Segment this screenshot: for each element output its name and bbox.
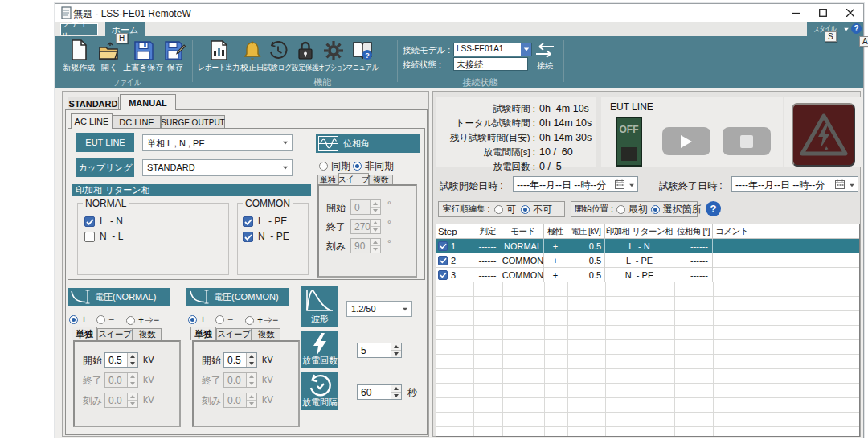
connect-model-combo[interactable]: LSS-FE01A1 — [453, 43, 532, 56]
run-order-edit-box: 実行順編集 : 可 不可 — [438, 201, 565, 217]
start-button[interactable] — [662, 127, 710, 155]
vn-tab-single[interactable]: 単独 — [72, 327, 97, 340]
vc-start-unit: kV — [262, 354, 273, 365]
vc-radio-minus[interactable]: − — [215, 314, 233, 325]
tab-manual[interactable]: MANUAL — [120, 94, 176, 110]
decay-curve-icon — [190, 290, 209, 304]
vc-tab-multi[interactable]: 複数 — [252, 328, 280, 340]
discharge-interval-input[interactable]: 60 — [357, 384, 402, 400]
new-file-button[interactable]: 新規作成 — [57, 39, 100, 74]
vn-end-unit: kV — [143, 374, 154, 385]
chevron-down-icon — [283, 167, 288, 170]
stop-button[interactable] — [723, 127, 771, 155]
spinner-buttons[interactable] — [391, 385, 401, 399]
spinner-buttons[interactable] — [127, 353, 137, 367]
eut-line-switch[interactable]: OFF — [616, 117, 642, 167]
overwrite-save-button[interactable]: 上書き保存 — [121, 39, 166, 74]
vc-tab-sweep[interactable]: スイープ — [216, 328, 252, 340]
test-end-datetime-label: 試験終了日時 : — [659, 179, 723, 193]
chevron-down-icon — [629, 184, 634, 187]
ribbon-group-label-file: ファイル — [77, 76, 176, 88]
vc-start-label: 開始 — [202, 354, 221, 368]
table-row-2[interactable]: 2 ------ COMMON + 0.5 L - PE ------ — [436, 253, 859, 268]
vc-radio-plusminus[interactable]: +⇒− — [245, 314, 278, 327]
table-gridline — [674, 282, 675, 436]
spinner-buttons[interactable] — [370, 200, 380, 214]
checkbox-l-n[interactable]: L - N — [84, 216, 123, 227]
radio-unselected-icon — [494, 205, 503, 214]
close-button[interactable] — [837, 4, 863, 22]
checkbox-n-pe[interactable]: N - PE — [243, 231, 289, 242]
help-button[interactable]: ? — [851, 23, 862, 34]
vn-step-input[interactable]: 0.0 — [104, 393, 138, 408]
report-button[interactable]: レポート出力 — [194, 39, 244, 74]
tab-ac-line[interactable]: AC LINE — [71, 113, 113, 129]
keytip-style: S — [825, 31, 837, 42]
spinner-buttons[interactable] — [246, 353, 256, 367]
vc-end-input[interactable]: 0.0 — [223, 372, 257, 388]
spinner-buttons[interactable] — [370, 220, 380, 233]
vn-radio-plus[interactable]: + — [69, 314, 87, 325]
test-start-datetime-picker[interactable]: ----年--月--日 --時--分 — [513, 176, 638, 192]
vc-start-input[interactable]: 0.5 — [223, 352, 257, 368]
help-button-steps[interactable]: ? — [706, 201, 721, 216]
vn-tab-multi[interactable]: 複数 — [133, 328, 162, 340]
tab-surge-output[interactable]: SURGE OUTPUT — [161, 115, 225, 129]
phase-end-input[interactable]: 270 — [350, 219, 381, 234]
spinner-buttons[interactable] — [246, 393, 256, 407]
ribbon-separator — [563, 40, 564, 82]
vc-radio-plus[interactable]: + — [188, 314, 206, 325]
manual-button[interactable]: ? マニュアル — [342, 39, 383, 74]
radio-selected-position[interactable]: 選択箇所 — [651, 203, 702, 216]
vn-radio-plusminus[interactable]: +⇒− — [126, 314, 159, 327]
tab-standard[interactable]: STANDARD — [68, 97, 119, 110]
waveform-combo[interactable]: 1.2/50 — [346, 301, 412, 317]
vn-end-input[interactable]: 0.0 — [104, 372, 138, 388]
discharge-count-input[interactable]: 5 — [357, 343, 402, 358]
minimize-button[interactable] — [783, 4, 809, 22]
spinner-buttons[interactable] — [391, 343, 401, 357]
table-row-3[interactable]: 3 ------ COMMON + 0.5 N - PE ------ — [436, 268, 859, 282]
ribbon-tab-file[interactable]: ファイル — [60, 23, 98, 35]
keytip-home: H — [116, 33, 128, 43]
open-file-button[interactable]: 開く — [98, 39, 121, 74]
vc-step-input[interactable]: 0.0 — [223, 393, 257, 408]
eut-line-button[interactable]: EUT LINE — [76, 133, 134, 152]
radio-sync[interactable]: 同期 — [319, 159, 350, 173]
radio-first[interactable]: 最初 — [616, 203, 648, 216]
ribbon: 新規作成 開く 上書き保存 保存 ファイル — [55, 36, 863, 88]
vn-radio-minus[interactable]: − — [96, 314, 114, 325]
combo-dropdown-button[interactable] — [521, 43, 531, 56]
radio-editable[interactable]: 可 — [494, 203, 516, 216]
coupling-button[interactable]: カップリング — [76, 158, 134, 177]
phase-tab-sweep[interactable]: スイープ — [338, 173, 369, 185]
vc-tab-single[interactable]: 単独 — [190, 327, 216, 340]
connect-button[interactable]: 接続 — [534, 39, 555, 75]
new-document-icon — [70, 39, 88, 60]
radio-unselected-icon — [126, 316, 135, 325]
test-end-datetime-picker[interactable]: ----年--月--日 --時--分 — [731, 176, 858, 192]
connect-status-label: 接続状態 : — [403, 60, 441, 71]
run-panel: 試験時間 :0h 4m 10s トータル試験時間 :0h 14m 10s 残り試… — [432, 91, 861, 437]
checkbox-n-l[interactable]: N - L — [84, 231, 123, 242]
eut-line-combo[interactable]: 単相 L , N , PE — [142, 134, 293, 151]
vn-tab-sweep[interactable]: スイープ — [97, 328, 133, 340]
vn-start-input[interactable]: 0.5 — [104, 352, 138, 368]
coupling-combo[interactable]: STANDARD — [142, 159, 293, 176]
help-icon: ? — [706, 201, 721, 216]
phase-step-input[interactable]: 90 — [350, 238, 381, 253]
save-as-button[interactable]: 保存 — [164, 39, 186, 74]
spinner-buttons[interactable] — [370, 239, 380, 253]
phase-start-input[interactable]: 0 — [350, 199, 381, 215]
radio-async[interactable]: 非同期 — [353, 159, 394, 173]
table-row-1[interactable]: 1 ------ NORMAL + 0.5 L - N ------ — [436, 239, 859, 253]
spinner-buttons[interactable] — [127, 393, 137, 407]
tab-dc-line[interactable]: DC LINE — [113, 115, 161, 129]
radio-not-editable[interactable]: 不可 — [521, 203, 552, 216]
checkbox-l-pe[interactable]: L - PE — [243, 216, 287, 227]
maximize-button[interactable] — [810, 4, 836, 22]
checkbox-checked-icon — [84, 216, 95, 227]
connect-status-field[interactable]: 未接続 — [453, 57, 528, 71]
spinner-buttons[interactable] — [246, 373, 256, 387]
spinner-buttons[interactable] — [127, 373, 137, 387]
